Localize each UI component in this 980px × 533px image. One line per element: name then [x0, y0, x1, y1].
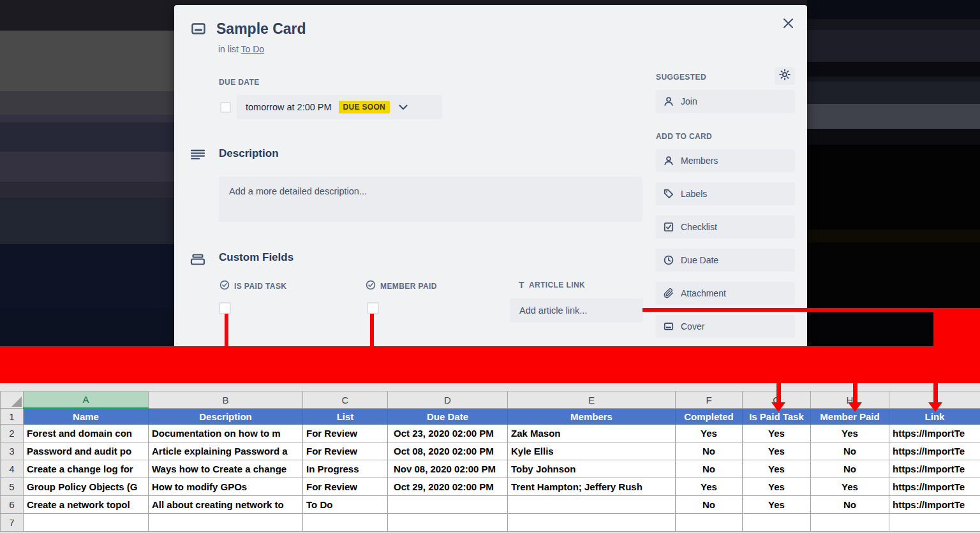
cell[interactable]: For Review	[303, 478, 388, 496]
cell[interactable]	[388, 496, 508, 514]
join-button[interactable]: Join	[656, 90, 795, 113]
column-letter-A[interactable]: A	[24, 391, 149, 409]
custom-fields-icon	[190, 254, 205, 268]
cell[interactable]: In Progress	[303, 460, 388, 478]
cell[interactable]: Group Policy Objects (G	[24, 478, 149, 496]
cell[interactable]	[24, 514, 149, 532]
cell[interactable]: For Review	[303, 425, 388, 442]
cell[interactable]: Forest and domain con	[24, 425, 149, 442]
cell[interactable]: Yes	[743, 460, 811, 478]
cell[interactable]: No	[676, 460, 743, 478]
cell[interactable]	[889, 514, 980, 532]
column-letter-E[interactable]: E	[508, 391, 676, 409]
cell[interactable]: Ways how to Create a change	[149, 460, 303, 478]
article-link-field-label: T ARTICLE LINK	[519, 280, 585, 290]
cell[interactable]: All about creating network to	[149, 496, 303, 514]
settings-button[interactable]	[775, 67, 795, 85]
cell[interactable]: No	[811, 496, 889, 514]
cell[interactable]: https://ImportTe	[889, 478, 980, 496]
cell[interactable]: Create a network topol	[24, 496, 149, 514]
cell[interactable]	[743, 514, 811, 532]
cell[interactable]	[508, 496, 676, 514]
cell[interactable]: To Do	[303, 496, 388, 514]
row-number-5[interactable]: 5	[1, 478, 24, 496]
cell[interactable]: https://ImportTe	[889, 460, 980, 478]
article-link-input[interactable]: Add article link...	[510, 298, 643, 323]
cell[interactable]: For Review	[303, 442, 388, 460]
cell[interactable]: No	[676, 496, 743, 514]
cell[interactable]: Yes	[743, 478, 811, 496]
header-list[interactable]: List	[303, 409, 388, 425]
cell[interactable]: Zak Mason	[508, 425, 676, 442]
card-title[interactable]: Sample Card	[216, 20, 306, 38]
cell[interactable]: Yes	[676, 425, 743, 442]
cell[interactable]	[508, 514, 676, 532]
cell[interactable]: Yes	[811, 425, 889, 442]
cell[interactable]: Oct 29, 2020 02:00 PM	[388, 478, 508, 496]
header-completed[interactable]: Completed	[676, 409, 743, 425]
column-letter-D[interactable]: D	[388, 391, 508, 409]
cell[interactable]: Oct 08, 2020 02:00 PM	[388, 442, 508, 460]
cell[interactable]: No	[811, 442, 889, 460]
cover-button[interactable]: Cover	[656, 315, 795, 338]
member-icon	[664, 156, 674, 166]
cell[interactable]: Article explaining Password a	[149, 442, 303, 460]
cell[interactable]: Yes	[743, 496, 811, 514]
cell[interactable]: https://ImportTe	[889, 496, 980, 514]
cell[interactable]: https://ImportTe	[889, 425, 980, 442]
close-button[interactable]	[778, 15, 798, 34]
cell[interactable]: Oct 23, 2020 02:00 PM	[388, 425, 508, 442]
cell[interactable]	[388, 514, 508, 532]
column-letter-C[interactable]: C	[303, 391, 388, 409]
cell[interactable]	[149, 514, 303, 532]
table-row: 7	[1, 514, 980, 532]
row-number-7[interactable]: 7	[1, 514, 24, 532]
row-number-1[interactable]: 1	[1, 409, 24, 425]
cell[interactable]: Kyle Ellis	[508, 442, 676, 460]
column-letter-B[interactable]: B	[149, 391, 303, 409]
header-name[interactable]: Name	[24, 409, 149, 425]
paperclip-icon	[664, 288, 674, 298]
cell[interactable]: Password and audit po	[24, 442, 149, 460]
cell[interactable]	[303, 514, 388, 532]
cell[interactable]: https://ImportTe	[889, 442, 980, 460]
row-number-2[interactable]: 2	[1, 425, 24, 442]
labels-button-label: Labels	[681, 189, 707, 199]
row-number-3[interactable]: 3	[1, 442, 24, 460]
due-date-button[interactable]: tomorrow at 2:00 PM DUE SOON	[237, 95, 442, 119]
cell[interactable]: Yes	[676, 478, 743, 496]
row-number-6[interactable]: 6	[1, 496, 24, 514]
labels-button[interactable]: Labels	[656, 182, 795, 205]
cell[interactable]: Yes	[743, 442, 811, 460]
header-description[interactable]: Description	[149, 409, 303, 425]
member-paid-checkbox[interactable]	[367, 302, 379, 314]
cell[interactable]: No	[676, 442, 743, 460]
due-soon-badge: DUE SOON	[339, 101, 390, 113]
cell[interactable]	[676, 514, 743, 532]
gear-icon	[779, 69, 791, 83]
cell[interactable]: No	[811, 460, 889, 478]
column-letter-F[interactable]: F	[676, 391, 743, 409]
select-all-corner[interactable]	[1, 391, 24, 409]
row-number-4[interactable]: 4	[1, 460, 24, 478]
members-button[interactable]: Members	[656, 149, 795, 172]
cell[interactable]: How to modify GPOs	[149, 478, 303, 496]
cell[interactable]: Yes	[743, 425, 811, 442]
cell[interactable]: Toby Johnson	[508, 460, 676, 478]
header-due-date[interactable]: Due Date	[388, 409, 508, 425]
cell[interactable]: Yes	[811, 478, 889, 496]
description-textarea[interactable]: Add a more detailed description...	[219, 177, 642, 222]
attachment-button-label: Attachment	[681, 288, 726, 298]
cell[interactable]: Trent Hampton; Jeffery Rush	[508, 478, 676, 496]
cell[interactable]: Documentation on how to m	[149, 425, 303, 442]
attachment-button[interactable]: Attachment	[656, 282, 795, 305]
list-link[interactable]: To Do	[241, 44, 265, 54]
cell[interactable]: Create a change log for	[24, 460, 149, 478]
is-paid-task-checkbox[interactable]	[219, 302, 231, 314]
due-date-checkbox[interactable]	[220, 102, 231, 113]
checklist-button[interactable]: Checklist	[656, 215, 795, 238]
header-members[interactable]: Members	[508, 409, 676, 425]
cell[interactable]	[811, 514, 889, 532]
due-date-sidebar-button[interactable]: Due Date	[656, 249, 795, 272]
cell[interactable]: Nov 08, 2020 02:00 PM	[388, 460, 508, 478]
